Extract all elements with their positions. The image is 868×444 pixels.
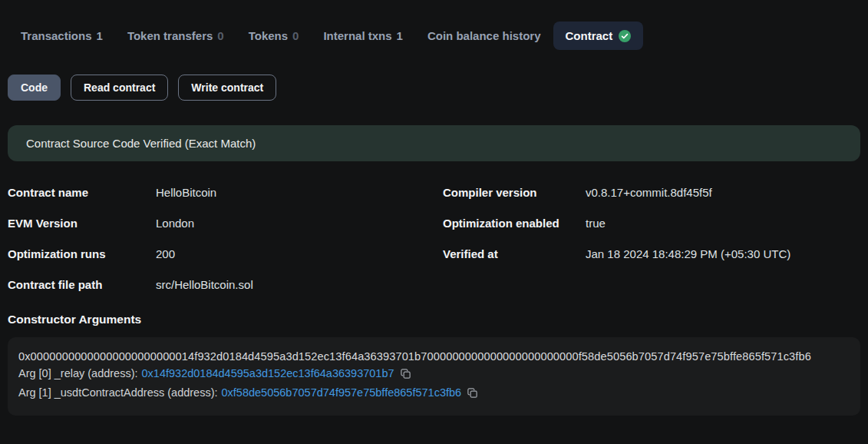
tab-coin-balance-history[interactable]: Coin balance history xyxy=(415,22,553,50)
detail-label: Optimization runs xyxy=(8,247,156,260)
constructor-arguments-box: 0x00000000000000000000000014f932d0184d45… xyxy=(8,337,860,416)
write-contract-button[interactable]: Write contract xyxy=(178,75,276,101)
tab-tokens[interactable]: Tokens 0 xyxy=(236,22,312,50)
detail-label: Contract file path xyxy=(8,278,156,291)
tab-count: 1 xyxy=(97,29,103,42)
tab-label: Internal txns xyxy=(323,29,391,42)
evm-version-value: London xyxy=(156,217,443,230)
tab-count: 0 xyxy=(292,29,299,42)
tab-label: Transactions xyxy=(21,29,92,42)
tab-transactions[interactable]: Transactions 1 xyxy=(8,22,115,50)
copy-icon[interactable] xyxy=(467,387,478,399)
compiler-version-value: v0.8.17+commit.8df45f5f xyxy=(586,186,860,199)
verified-banner: Contract Source Code Verified (Exact Mat… xyxy=(8,125,860,161)
verified-at-value: Jan 18 2024 18:48:29 PM (+05:30 UTC) xyxy=(586,247,860,260)
tab-contract[interactable]: Contract xyxy=(553,22,644,50)
arg-prefix: Arg [1] _usdtContractAddress (address): xyxy=(18,385,218,401)
contract-name-value: HelloBitcoin xyxy=(156,186,443,199)
detail-label: Compiler version xyxy=(443,186,586,199)
tab-label: Tokens xyxy=(249,29,288,42)
detail-label: Optimization enabled xyxy=(443,217,586,230)
tab-internal-txns[interactable]: Internal txns 1 xyxy=(311,22,415,50)
constructor-arg-row: Arg [1] _usdtContractAddress (address): … xyxy=(18,385,850,401)
read-contract-button[interactable]: Read contract xyxy=(71,75,168,101)
contract-details-grid: Contract name HelloBitcoin Compiler vers… xyxy=(8,177,860,300)
code-button[interactable]: Code xyxy=(8,75,61,101)
tab-label: Contract xyxy=(566,29,613,42)
tab-count: 1 xyxy=(397,29,403,42)
detail-label: Contract name xyxy=(8,186,156,199)
tab-label: Coin balance history xyxy=(427,29,541,42)
contract-file-path-value: src/HelloBitcoin.sol xyxy=(156,278,443,291)
contract-subtabs: Code Read contract Write contract xyxy=(8,75,860,101)
verified-banner-text: Contract Source Code Verified (Exact Mat… xyxy=(26,137,256,150)
relay-address-link[interactable]: 0x14f932d0184d4595a3d152ec13f64a36393701… xyxy=(142,366,394,382)
detail-label: Verified at xyxy=(443,247,586,260)
detail-label: EVM Version xyxy=(8,217,156,230)
copy-icon[interactable] xyxy=(400,368,411,379)
constructor-raw-bytes: 0x00000000000000000000000014f932d0184d45… xyxy=(18,350,850,363)
optimization-enabled-value: true xyxy=(586,217,860,230)
usdt-contract-address-link[interactable]: 0xf58de5056b7057d74f957e75bffe865f571c3f… xyxy=(222,385,462,401)
verified-check-circle-icon xyxy=(619,30,631,42)
tab-label: Token transfers xyxy=(127,29,213,42)
contract-page-tabbar: Transactions 1 Token transfers 0 Tokens … xyxy=(8,22,868,50)
tab-token-transfers[interactable]: Token transfers 0 xyxy=(115,22,236,50)
arg-prefix: Arg [0] _relay (address): xyxy=(18,366,138,382)
constructor-arguments-heading: Constructor Arguments xyxy=(8,313,860,326)
constructor-arg-row: Arg [0] _relay (address): 0x14f932d0184d… xyxy=(18,366,850,382)
optimization-runs-value: 200 xyxy=(156,247,443,260)
tab-count: 0 xyxy=(217,29,223,42)
